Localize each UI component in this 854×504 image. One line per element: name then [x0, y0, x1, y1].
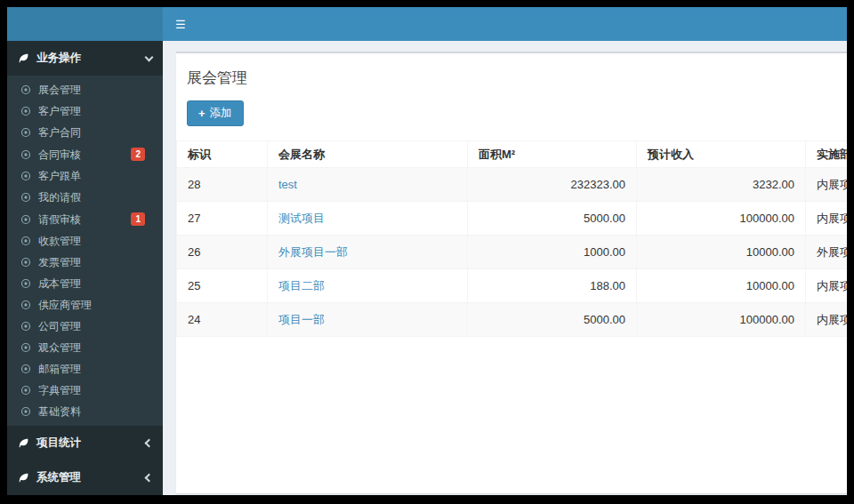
- app-window: ☰ 业务操作 展会管理 客户管理: [7, 7, 847, 495]
- column-header-income: 预计收入: [637, 141, 806, 168]
- exhibition-link[interactable]: test: [268, 168, 468, 202]
- sidebar-item-label: 客户跟单: [38, 170, 81, 182]
- column-header-area: 面积M²: [468, 141, 637, 168]
- sidebar-item-label: 发票管理: [38, 256, 81, 268]
- sidebar-section-label: 业务操作: [36, 51, 81, 66]
- sidebar-section-label: 系统管理: [36, 470, 81, 485]
- cell-income: 100000.00: [637, 303, 806, 337]
- sidebar-item-company-mgmt[interactable]: 公司管理: [7, 316, 163, 337]
- cell-dept: 外展项目: [806, 236, 848, 269]
- sidebar-item-customer-mgmt[interactable]: 客户管理: [7, 100, 163, 122]
- sidebar-item-basic-data[interactable]: 基础资料: [7, 401, 163, 422]
- chevron-left-icon: [145, 439, 154, 448]
- notification-badge: 1: [131, 212, 145, 226]
- sidebar: 业务操作 展会管理 客户管理 客户合同 合同审核: [7, 41, 163, 495]
- cell-dept: 内展项目: [806, 269, 848, 303]
- main-content: 展会管理 + 添加 标识 会展名称 面积M² 预计收入 实施部门: [163, 41, 847, 495]
- sidebar-item-invoice-mgmt[interactable]: 发票管理: [7, 252, 163, 273]
- cell-id: 24: [177, 303, 268, 337]
- sidebar-section-label: 项目统计: [36, 436, 81, 451]
- cell-area: 232323.00: [468, 168, 637, 202]
- sidebar-item-label: 展会管理: [38, 84, 81, 96]
- add-button[interactable]: + 添加: [187, 100, 244, 126]
- sidebar-item-customer-followup[interactable]: 客户跟单: [7, 165, 163, 187]
- sidebar-item-label: 我的请假: [38, 191, 81, 204]
- page-title: 展会管理: [187, 68, 847, 88]
- sidebar-item-label: 基础资料: [38, 405, 81, 418]
- sidebar-item-mailbox-mgmt[interactable]: 邮箱管理: [7, 358, 163, 380]
- sidebar-section-business-ops[interactable]: 业务操作: [7, 41, 163, 76]
- cell-income: 100000.00: [637, 202, 806, 236]
- dot-circle-icon: [20, 236, 31, 246]
- sidebar-item-label: 合同审核: [38, 148, 81, 161]
- content-box: 展会管理 + 添加 标识 会展名称 面积M² 预计收入 实施部门: [176, 52, 847, 493]
- dot-circle-icon: [20, 342, 31, 353]
- dot-circle-icon: [20, 406, 31, 417]
- column-header-id: 标识: [177, 141, 268, 168]
- sidebar-item-label: 收款管理: [38, 235, 81, 247]
- table-row: 27 测试项目 5000.00 100000.00 内展项目: [177, 202, 848, 236]
- column-header-name: 会展名称: [268, 141, 468, 168]
- cell-dept: 内展项目: [806, 202, 848, 236]
- column-header-dept: 实施部门: [806, 141, 848, 168]
- sidebar-item-supplier-mgmt[interactable]: 供应商管理: [7, 294, 163, 316]
- cell-income: 10000.00: [637, 236, 806, 269]
- sidebar-item-contract-review[interactable]: 合同审核 2: [7, 143, 163, 165]
- sidebar-item-label: 供应商管理: [38, 299, 92, 311]
- top-bar: ☰: [7, 7, 847, 41]
- cell-area: 5000.00: [468, 303, 637, 337]
- chevron-left-icon: [145, 474, 154, 483]
- dot-circle-icon: [20, 321, 31, 332]
- sidebar-submenu: 展会管理 客户管理 客户合同 合同审核 2 客户跟单: [7, 76, 163, 426]
- dot-circle-icon: [20, 364, 31, 374]
- dot-circle-icon: [20, 171, 31, 181]
- dot-circle-icon: [20, 385, 31, 396]
- dot-circle-icon: [20, 278, 31, 289]
- sidebar-toggle-icon[interactable]: ☰: [163, 15, 198, 34]
- sidebar-item-label: 客户管理: [38, 105, 81, 117]
- sidebar-item-label: 请假审核: [38, 213, 81, 226]
- cell-id: 26: [177, 236, 268, 269]
- sidebar-section-project-stats[interactable]: 项目统计: [7, 426, 163, 460]
- sidebar-item-cost-mgmt[interactable]: 成本管理: [7, 273, 163, 294]
- sidebar-item-exhibition-mgmt[interactable]: 展会管理: [7, 79, 163, 100]
- dot-circle-icon: [20, 192, 31, 203]
- plus-icon: +: [198, 108, 205, 119]
- chevron-down-icon: [145, 52, 154, 61]
- exhibition-link[interactable]: 项目一部: [268, 303, 468, 337]
- table-row: 24 项目一部 5000.00 100000.00 内展项目: [177, 303, 848, 337]
- sidebar-item-customer-contract[interactable]: 客户合同: [7, 122, 163, 143]
- logo-area: [7, 7, 163, 41]
- sidebar-item-leave-review[interactable]: 请假审核 1: [7, 208, 163, 230]
- sidebar-item-my-leave[interactable]: 我的请假: [7, 187, 163, 208]
- sidebar-item-label: 字典管理: [38, 384, 81, 396]
- sidebar-item-label: 公司管理: [38, 320, 81, 332]
- cell-id: 25: [177, 269, 268, 303]
- cell-income: 10000.00: [637, 269, 806, 303]
- dot-circle-icon: [20, 214, 31, 225]
- cell-area: 5000.00: [468, 202, 637, 236]
- cell-id: 27: [177, 202, 268, 236]
- dot-circle-icon: [20, 257, 31, 268]
- sidebar-section-system-mgmt[interactable]: 系统管理: [7, 460, 163, 495]
- add-button-label: 添加: [210, 106, 232, 121]
- sidebar-item-payment-mgmt[interactable]: 收款管理: [7, 230, 163, 252]
- table-row: 28 test 232323.00 3232.00 内展项目: [177, 168, 848, 202]
- leaf-icon: [18, 437, 29, 449]
- exhibition-link[interactable]: 外展项目一部: [268, 236, 468, 269]
- sidebar-item-dictionary-mgmt[interactable]: 字典管理: [7, 380, 163, 401]
- exhibition-link[interactable]: 测试项目: [268, 202, 468, 236]
- sidebar-item-audience-mgmt[interactable]: 观众管理: [7, 337, 163, 358]
- dot-circle-icon: [20, 106, 31, 116]
- cell-area: 1000.00: [468, 236, 637, 269]
- exhibition-table: 标识 会展名称 面积M² 预计收入 实施部门 28 test 232323.00: [176, 140, 847, 337]
- dot-circle-icon: [20, 300, 31, 310]
- table-header-row: 标识 会展名称 面积M² 预计收入 实施部门: [177, 141, 848, 168]
- exhibition-link[interactable]: 项目二部: [268, 269, 468, 303]
- notification-badge: 2: [131, 148, 145, 161]
- cell-dept: 内展项目: [806, 303, 848, 337]
- leaf-icon: [18, 52, 29, 64]
- sidebar-item-label: 客户合同: [38, 126, 81, 139]
- table-row: 26 外展项目一部 1000.00 10000.00 外展项目: [177, 236, 848, 269]
- table-row: 25 项目二部 188.00 10000.00 内展项目: [177, 269, 848, 303]
